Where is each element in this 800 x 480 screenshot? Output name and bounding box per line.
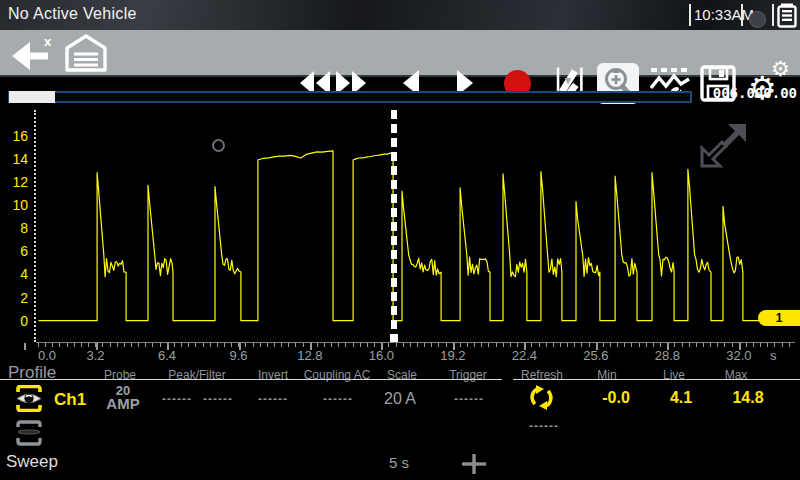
x-axis-tick [660, 343, 661, 347]
x-axis-tick [396, 343, 397, 347]
x-axis-tick [59, 343, 60, 347]
ch1-label: Ch1 [54, 390, 86, 410]
touch-ring-marker [212, 139, 225, 152]
x-axis-tick [481, 343, 482, 347]
x-axis-tick [789, 343, 790, 347]
x-axis-tick [210, 343, 211, 347]
x-axis-tick [403, 343, 404, 347]
x-axis-tick [539, 343, 540, 347]
probe-value-line2[interactable]: AMP [106, 395, 139, 412]
ch1-visibility-eye-icon[interactable] [15, 385, 43, 412]
x-axis-tick [782, 343, 783, 347]
x-axis-tick [102, 343, 103, 347]
profile-label: Profile [8, 363, 56, 383]
x-axis-tick [224, 343, 225, 347]
x-axis-tick [260, 343, 261, 347]
x-axis-tick [367, 343, 368, 347]
x-axis-tick [295, 343, 296, 347]
divider [0, 379, 502, 380]
x-axis-tick [203, 343, 204, 347]
x-axis-tick [546, 343, 547, 347]
x-axis-tick [45, 343, 46, 347]
sweep-increase-icon[interactable] [461, 454, 487, 474]
x-axis-tick [410, 343, 411, 347]
x-axis-tick [160, 343, 161, 347]
refresh-icon[interactable] [528, 384, 555, 411]
x-axis-tick [217, 343, 218, 347]
x-axis-tick [710, 343, 711, 347]
x-axis-tick [152, 343, 153, 347]
x-axis-unit: s [770, 348, 777, 363]
x-axis-tick [774, 343, 775, 347]
sweep-value[interactable]: 5 s [389, 454, 409, 471]
invert-value[interactable]: ------ [258, 392, 288, 406]
filter-value[interactable]: ------ [203, 392, 233, 406]
x-axis-tick [603, 343, 604, 347]
x-axis-tick [345, 343, 346, 347]
x-axis-tick [746, 343, 747, 347]
x-axis-tick [531, 343, 532, 347]
x-axis-tick [753, 343, 754, 347]
x-axis-tick [303, 343, 304, 347]
x-axis-tick [760, 343, 761, 347]
x-axis-label: 6.4 [158, 348, 176, 363]
x-axis-tick [188, 343, 189, 347]
x-axis-tick [646, 343, 647, 347]
channel-1-marker[interactable]: 1 [758, 310, 800, 326]
x-axis-tick [110, 343, 111, 347]
x-axis-tick [639, 343, 640, 347]
x-axis-tick [567, 343, 568, 347]
x-axis-label: 19.2 [440, 348, 465, 363]
sweep-label: Sweep [6, 452, 58, 472]
min-value: -0.0 [602, 389, 630, 407]
ch2-visibility-icon[interactable] [15, 420, 43, 446]
x-axis-tick [353, 343, 354, 347]
x-axis-tick [674, 343, 675, 347]
x-axis-tick [574, 343, 575, 347]
x-axis-tick [281, 343, 282, 347]
x-axis-tick [138, 343, 139, 347]
x-axis-tick [74, 343, 75, 347]
x-axis-major-tick [24, 343, 26, 350]
x-axis-tick [653, 343, 654, 347]
cursor-line[interactable] [391, 110, 397, 340]
x-axis-tick [374, 343, 375, 347]
x-axis-label: 22.4 [512, 348, 537, 363]
divider [513, 379, 800, 380]
x-axis-label: 25.6 [583, 348, 608, 363]
x-axis-tick [195, 343, 196, 347]
expand-icon[interactable] [698, 120, 750, 170]
x-axis-label: 12.8 [297, 348, 322, 363]
x-axis-label: 0.0 [38, 348, 56, 363]
x-axis-tick [767, 343, 768, 347]
x-axis-label: 32.0 [726, 348, 751, 363]
x-axis-tick [553, 343, 554, 347]
x-axis-tick [438, 343, 439, 347]
x-axis-tick [610, 343, 611, 347]
x-axis-tick [488, 343, 489, 347]
x-axis-tick [360, 343, 361, 347]
x-axis-tick [324, 343, 325, 347]
x-axis-tick [131, 343, 132, 347]
peak-value[interactable]: ------ [162, 392, 192, 406]
x-axis-tick [274, 343, 275, 347]
cursor-handle[interactable] [390, 334, 398, 342]
x-axis-tick [431, 343, 432, 347]
x-axis-tick [67, 343, 68, 347]
coupling-value[interactable]: ------ [323, 392, 353, 406]
x-axis-tick [467, 343, 468, 347]
x-axis-tick [474, 343, 475, 347]
x-axis-label: 3.2 [86, 348, 104, 363]
scale-value[interactable]: 20 A [384, 390, 416, 408]
x-axis-tick [496, 343, 497, 347]
trigger-value[interactable]: ------ [454, 392, 484, 406]
x-axis-tick [88, 343, 89, 347]
x-axis-tick [181, 343, 182, 347]
x-axis-tick [388, 343, 389, 347]
x-axis-tick [267, 343, 268, 347]
x-axis-tick [174, 343, 175, 347]
x-axis-tick [689, 343, 690, 347]
x-axis-tick [417, 343, 418, 347]
x-axis-label: 28.8 [655, 348, 680, 363]
x-axis-tick [81, 343, 82, 347]
